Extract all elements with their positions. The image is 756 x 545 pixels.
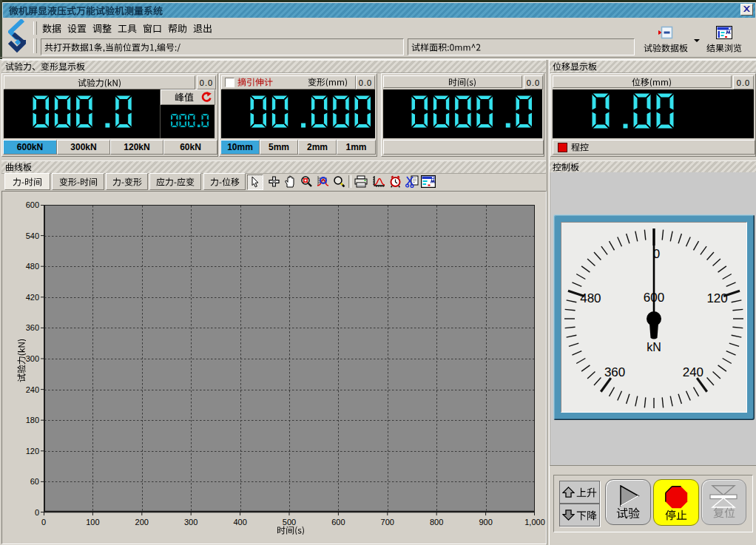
- close-icon: [743, 6, 750, 12]
- tool-move-icon[interactable]: [266, 175, 281, 189]
- menu-item-6[interactable]: [193, 23, 212, 35]
- x-tick-800: 800: [414, 518, 459, 527]
- deform-range-10mm[interactable]: 10mm: [220, 140, 260, 155]
- y-tick-0: 0: [10, 508, 39, 517]
- title-bar: [2, 2, 755, 18]
- tool-cursor-icon[interactable]: [247, 175, 263, 190]
- close-button[interactable]: [740, 4, 753, 16]
- data-board-icon: [658, 26, 673, 42]
- chart-panel: 060120180240300360420480540600 010020030…: [1, 191, 547, 544]
- reset-button[interactable]: [701, 479, 746, 525]
- test-data-board-button[interactable]: [637, 26, 695, 55]
- displacement-board-caption: [549, 60, 756, 73]
- tool-hand-icon[interactable]: [283, 175, 297, 189]
- time-value-box: 0.0: [524, 75, 543, 89]
- tool-zoom-out-icon[interactable]: [331, 175, 346, 189]
- deform-range-5mm[interactable]: 5mm: [260, 140, 298, 155]
- tool-clip-curve-icon[interactable]: [405, 175, 419, 189]
- y-tick-180: 180: [10, 416, 39, 424]
- menu-item-5[interactable]: [168, 23, 187, 35]
- y-tick-600: 600: [10, 200, 39, 209]
- up-label: [576, 487, 597, 498]
- svg-text:0: 0: [653, 247, 660, 261]
- play-icon: [618, 485, 640, 510]
- tool-zoom-curve-icon[interactable]: [315, 175, 330, 189]
- tab-力-时间[interactable]: [4, 173, 50, 190]
- force-range-60kN[interactable]: 60kN: [163, 140, 217, 155]
- y-tick-420: 420: [10, 293, 39, 302]
- x-tick-100: 100: [70, 518, 115, 527]
- tab-变形-时间[interactable]: [52, 173, 104, 190]
- tool-report-chart-icon[interactable]: [371, 175, 386, 189]
- displacement-display-screen: [553, 89, 754, 138]
- deformation-display-panel: 0.0 10mm5mm2mm1mm: [219, 73, 377, 157]
- svg-text:kN: kN: [647, 341, 661, 353]
- up-button[interactable]: [559, 481, 600, 504]
- svg-text:600: 600: [644, 291, 664, 305]
- displacement-header-bar: [553, 75, 732, 88]
- up-arrow-icon: [562, 487, 575, 498]
- status-gripper[interactable]: [33, 38, 37, 53]
- force-range-120kN[interactable]: 120kN: [110, 140, 163, 155]
- stop-octagon-icon: [665, 486, 688, 512]
- force-value-box: 0.0: [197, 75, 216, 89]
- menu-item-1[interactable]: [67, 23, 87, 35]
- stop-label: [654, 510, 698, 521]
- displacement-board-title: [553, 62, 597, 71]
- tab-应力-应变[interactable]: [149, 173, 201, 190]
- control-buttons-group: [553, 475, 753, 532]
- force-digits: [4, 89, 159, 138]
- tool-monitor-icon[interactable]: [421, 175, 436, 189]
- tool-printer-icon[interactable]: [354, 175, 368, 189]
- curve-board-title: [5, 163, 32, 172]
- data-board-label: [644, 44, 688, 53]
- result-view-button[interactable]: [701, 26, 747, 55]
- displacement-display-panel: 0.0: [550, 73, 756, 157]
- menu-bar: [42, 23, 212, 35]
- force-range-300kN[interactable]: 300kN: [57, 140, 110, 155]
- menu-item-3[interactable]: [118, 23, 137, 35]
- deformation-header-label: [308, 78, 348, 87]
- y-axis-label: [17, 382, 61, 391]
- tool-zoom-region-icon[interactable]: [299, 175, 314, 189]
- display-board-title: [5, 62, 85, 71]
- x-tick-700: 700: [365, 518, 410, 527]
- displacement-header-label: [632, 78, 672, 87]
- curve-tabs-row: [1, 173, 546, 191]
- control-board-title: [553, 163, 579, 172]
- test-button[interactable]: [605, 479, 651, 525]
- tool-timer-icon[interactable]: [388, 175, 402, 189]
- force-header-bar[interactable]: [4, 75, 195, 89]
- menu-item-0[interactable]: [42, 23, 61, 35]
- app-logo: [8, 19, 26, 58]
- time-header-bar: [383, 75, 522, 88]
- time-display-panel: 0.0: [381, 73, 544, 157]
- menu-gripper[interactable]: [33, 21, 37, 35]
- deformation-header-bar: [221, 75, 356, 89]
- deform-range-1mm[interactable]: 1mm: [337, 140, 376, 155]
- stop-button[interactable]: [653, 479, 699, 526]
- tab-力-位移[interactable]: [203, 173, 246, 190]
- svg-text:360: 360: [604, 365, 625, 379]
- specimen-area-text: [411, 43, 481, 52]
- deform-range-2mm[interactable]: 2mm: [298, 140, 337, 155]
- menu-item-4[interactable]: [143, 23, 162, 35]
- x-tick-300: 300: [169, 518, 213, 527]
- displacement-bottom-bar: [553, 140, 755, 155]
- svg-text:240: 240: [683, 365, 703, 379]
- extensometer-checkbox[interactable]: [225, 78, 234, 87]
- time-display-screen: [383, 89, 542, 138]
- result-view-icon: [716, 26, 732, 43]
- tab-力-变形[interactable]: [106, 173, 148, 190]
- down-button[interactable]: [559, 504, 600, 527]
- peak-refresh-icon[interactable]: [200, 92, 212, 103]
- x-tick-0: 0: [21, 518, 66, 527]
- y-tick-60: 60: [10, 477, 39, 486]
- data-board-dropdown-caret[interactable]: [694, 39, 700, 42]
- plot-area[interactable]: [44, 205, 535, 512]
- status-text: [44, 43, 180, 52]
- force-range-600kN[interactable]: 600kN: [3, 140, 57, 155]
- peak-bar[interactable]: [161, 89, 215, 105]
- test-label: [606, 507, 650, 519]
- menu-item-2[interactable]: [92, 23, 112, 35]
